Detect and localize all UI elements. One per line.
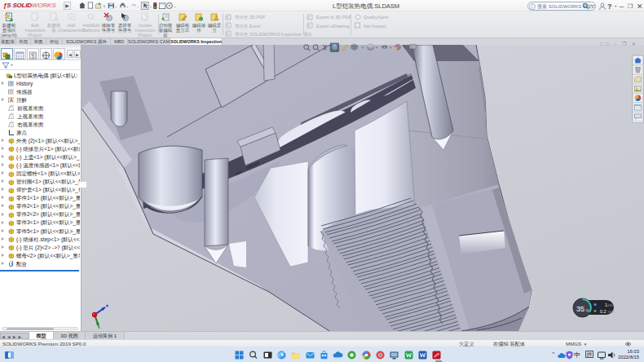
svg-text:35: 35 — [576, 305, 584, 313]
svg-text:KB/s: KB/s — [608, 311, 615, 314]
svg-text:%: % — [586, 308, 590, 313]
svg-text:KB/s: KB/s — [608, 304, 615, 307]
svg-text:0.2: 0.2 — [600, 309, 607, 314]
